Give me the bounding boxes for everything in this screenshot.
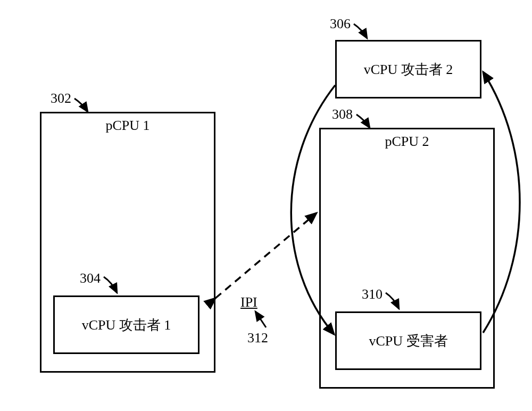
vcpu-victim-label: vCPU 受害者	[369, 332, 447, 350]
vcpu-attacker2-label: vCPU 攻击者 2	[364, 60, 453, 79]
vcpu-attacker1-box: vCPU 攻击者 1	[53, 295, 200, 354]
ipi-dashed-line	[215, 213, 317, 298]
vcpu-victim-box: vCPU 受害者	[335, 311, 481, 370]
pcpu2-title: pCPU 2	[321, 134, 493, 150]
ref-306: 306	[330, 16, 351, 32]
arrow-308	[356, 114, 370, 128]
diagram-container: pCPU 1 vCPU 攻击者 1 vCPU 攻击者 2 pCPU 2 vCPU…	[0, 0, 532, 411]
ipi-label: IPI	[240, 294, 257, 310]
ref-310: 310	[362, 286, 383, 302]
ref-302: 302	[51, 91, 71, 106]
vcpu-attacker2-box: vCPU 攻击者 2	[335, 40, 481, 98]
ref-312: 312	[247, 330, 268, 346]
arrow-312	[255, 311, 266, 327]
pcpu1-title: pCPU 1	[41, 118, 214, 134]
arrow-306	[354, 24, 367, 38]
vcpu-attacker1-label: vCPU 攻击者 1	[82, 316, 171, 334]
arrow-302	[74, 98, 88, 112]
ref-308: 308	[332, 106, 353, 122]
ref-304: 304	[80, 270, 101, 286]
